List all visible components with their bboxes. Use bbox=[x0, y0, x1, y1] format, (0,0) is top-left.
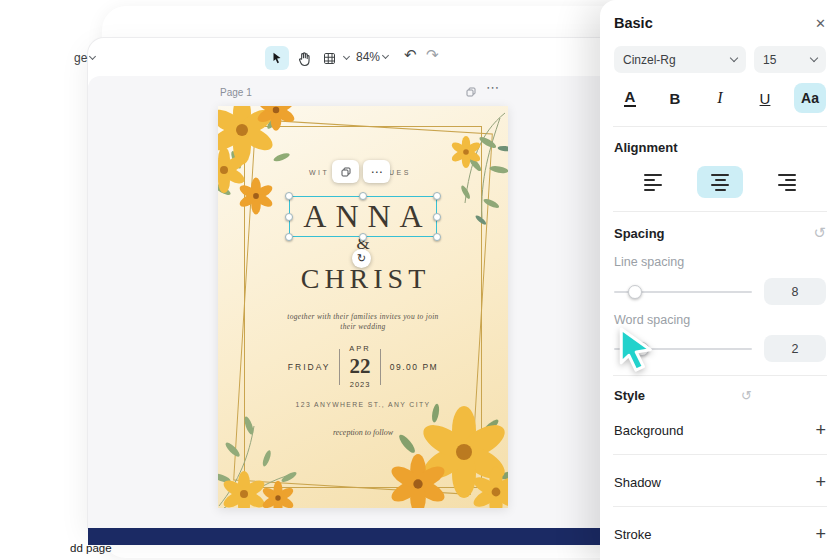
resize-handle[interactable] bbox=[285, 213, 293, 221]
selection-mini-toolbar: ⋯ bbox=[332, 160, 390, 183]
layout-grid-button[interactable] bbox=[320, 49, 350, 67]
redo-icon[interactable]: ↷ bbox=[426, 46, 439, 64]
divider bbox=[613, 454, 827, 455]
page-background: ge 84% bbox=[0, 0, 840, 560]
slider-knob[interactable] bbox=[628, 285, 642, 299]
intro-text-left[interactable]: WIT bbox=[309, 169, 329, 176]
resize-handle[interactable] bbox=[359, 233, 367, 241]
add-shadow-button[interactable]: + bbox=[815, 472, 826, 493]
reset-spacing-icon[interactable]: ↺ bbox=[813, 224, 826, 242]
italic-button[interactable]: I bbox=[704, 83, 736, 113]
zoom-control[interactable]: 84% bbox=[356, 50, 388, 64]
page-menu-label: ge bbox=[74, 51, 87, 65]
divider bbox=[380, 349, 381, 385]
hand-icon bbox=[296, 50, 313, 67]
chevron-down-icon bbox=[342, 53, 349, 60]
add-page-button[interactable]: dd page bbox=[70, 542, 112, 554]
divider bbox=[613, 126, 827, 127]
resize-handle[interactable] bbox=[433, 213, 441, 221]
date-block[interactable]: FRIDAY APR 22 2023 09.00 PM bbox=[218, 344, 508, 389]
chevron-down-icon bbox=[89, 53, 96, 60]
chevron-down-icon bbox=[730, 54, 738, 62]
chevron-down-icon bbox=[382, 52, 389, 59]
background-label: Background bbox=[614, 423, 683, 438]
shadow-label: Shadow bbox=[614, 475, 661, 490]
day-text: 22 bbox=[350, 354, 371, 379]
underline-button[interactable]: U bbox=[749, 83, 781, 113]
add-stroke-button[interactable]: + bbox=[815, 524, 826, 545]
cursor-icon bbox=[270, 51, 284, 65]
stroke-label: Stroke bbox=[614, 527, 652, 542]
alignment-label: Alignment bbox=[614, 140, 826, 155]
align-right-icon bbox=[778, 174, 796, 191]
spacing-label: Spacing bbox=[614, 226, 665, 241]
more-icon: ⋯ bbox=[371, 165, 383, 179]
hand-tool-button[interactable] bbox=[294, 48, 314, 68]
rotate-handle[interactable]: ↻ bbox=[352, 249, 371, 268]
text-case-button[interactable]: Aa bbox=[794, 83, 826, 113]
resize-handle[interactable] bbox=[285, 233, 293, 241]
duplicate-page-button[interactable] bbox=[465, 84, 477, 102]
copy-icon bbox=[340, 166, 352, 178]
properties-panel: Basic ✕ Cinzel-Rg 15 A B I U Aa bbox=[600, 0, 840, 560]
add-background-button[interactable]: + bbox=[815, 420, 826, 441]
address-text[interactable]: 123 ANYWHERE ST., ANY CITY bbox=[218, 401, 508, 408]
page-more-icon[interactable]: ⋯ bbox=[486, 80, 499, 95]
close-icon[interactable]: ✕ bbox=[815, 16, 826, 31]
invitation-page[interactable]: WIT UES ⋯ bbox=[218, 106, 508, 508]
divider bbox=[613, 506, 827, 507]
weekday-text: FRIDAY bbox=[288, 362, 331, 372]
bride-name-text[interactable]: ANNA bbox=[303, 198, 422, 235]
chevron-down-icon bbox=[810, 54, 818, 62]
line-spacing-label: Line spacing bbox=[614, 255, 826, 269]
pointer-cursor-graphic bbox=[612, 326, 658, 378]
select-tool-button[interactable] bbox=[265, 46, 289, 70]
text-selection-box[interactable]: ANNA bbox=[289, 196, 437, 237]
word-spacing-value[interactable]: 2 bbox=[764, 335, 826, 362]
font-size-select[interactable]: 15 bbox=[754, 46, 826, 73]
font-family-value: Cinzel-Rg bbox=[623, 53, 676, 67]
align-left-button[interactable] bbox=[630, 166, 676, 198]
page-menu-fragment[interactable]: ge bbox=[74, 51, 95, 65]
align-center-button[interactable] bbox=[697, 166, 743, 198]
reception-text[interactable]: reception to follow bbox=[218, 428, 508, 437]
line-spacing-slider[interactable] bbox=[614, 285, 752, 299]
intro-text-right[interactable]: UES bbox=[389, 169, 411, 176]
font-family-select[interactable]: Cinzel-Rg bbox=[614, 46, 746, 73]
zoom-level: 84% bbox=[356, 50, 380, 64]
year-text: 2023 bbox=[350, 380, 371, 389]
bottom-bar bbox=[88, 528, 600, 545]
divider bbox=[339, 349, 340, 385]
resize-handle[interactable] bbox=[359, 192, 367, 200]
rotate-icon: ↻ bbox=[357, 252, 366, 265]
bold-button[interactable]: B bbox=[659, 83, 691, 113]
resize-handle[interactable] bbox=[433, 233, 441, 241]
word-spacing-label: Word spacing bbox=[614, 313, 826, 327]
copy-icon bbox=[465, 86, 477, 98]
reset-style-icon[interactable]: ↺ bbox=[741, 388, 752, 403]
panel-title: Basic bbox=[614, 15, 653, 31]
align-right-button[interactable] bbox=[764, 166, 810, 198]
duplicate-element-button[interactable] bbox=[332, 160, 359, 183]
line-spacing-value[interactable]: 8 bbox=[764, 278, 826, 305]
font-size-value: 15 bbox=[763, 53, 776, 67]
undo-icon[interactable]: ↶ bbox=[404, 46, 417, 64]
grid-icon bbox=[322, 51, 337, 66]
time-text: 09.00 PM bbox=[390, 362, 438, 372]
text-color-button[interactable]: A bbox=[614, 83, 646, 113]
resize-handle[interactable] bbox=[433, 192, 441, 200]
divider bbox=[613, 211, 827, 212]
align-center-icon bbox=[711, 174, 729, 191]
element-more-button[interactable]: ⋯ bbox=[363, 160, 390, 183]
style-label: Style bbox=[614, 388, 645, 403]
invite-message-text[interactable]: together with their families invites you… bbox=[218, 312, 508, 332]
resize-handle[interactable] bbox=[285, 192, 293, 200]
align-left-icon bbox=[644, 174, 662, 191]
flower-decoration-bottom-right bbox=[384, 392, 508, 508]
month-text: APR bbox=[349, 344, 370, 353]
page-label: Page 1 bbox=[220, 87, 252, 98]
